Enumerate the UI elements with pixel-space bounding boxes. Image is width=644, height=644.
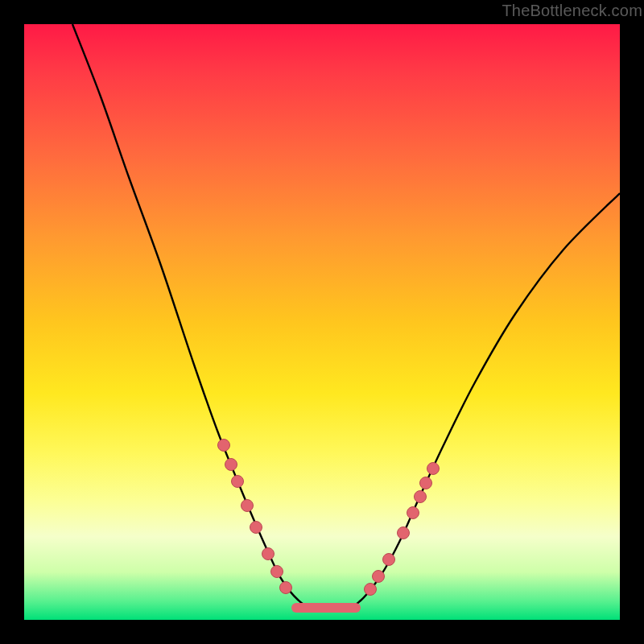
marker-right-2 (383, 554, 395, 566)
marker-cluster-right (365, 463, 440, 596)
marker-right-6 (420, 477, 432, 489)
marker-right-5 (415, 491, 427, 503)
marker-left-0 (218, 440, 230, 452)
outer-frame: TheBottleneck.com (0, 0, 644, 644)
marker-left-1 (225, 459, 237, 471)
plot-area (24, 24, 620, 620)
marker-right-7 (427, 463, 440, 475)
marker-right-3 (398, 527, 410, 539)
chart-svg (24, 24, 620, 620)
watermark-text: TheBottleneck.com (502, 2, 642, 20)
bottleneck-curve (72, 24, 620, 609)
marker-right-1 (373, 571, 385, 583)
marker-right-0 (365, 584, 377, 596)
marker-left-2 (232, 476, 244, 488)
marker-cluster-left (218, 440, 292, 594)
marker-left-5 (262, 548, 275, 560)
marker-right-4 (407, 507, 419, 519)
marker-left-4 (250, 522, 262, 534)
marker-left-6 (271, 566, 283, 578)
marker-left-7 (280, 582, 292, 594)
marker-left-3 (242, 500, 254, 512)
